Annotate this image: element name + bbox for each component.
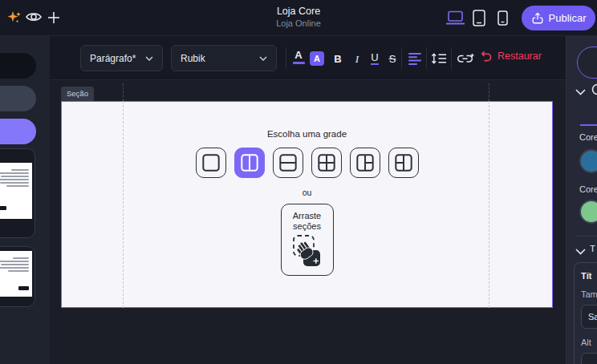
drag-label-line2: seções [293, 221, 321, 232]
toolbar-divider [451, 47, 452, 69]
size-input[interactable]: Sa [581, 305, 597, 329]
thumbnail-button [0, 206, 6, 210]
color-label-2: Core [579, 184, 597, 194]
grid-option-two-columns[interactable] [234, 148, 265, 178]
section-thumbnail-1 [0, 163, 32, 219]
panel-toggle-pill[interactable] [577, 47, 597, 79]
section-thumbnail-2 [0, 251, 32, 297]
drag-hand-icon [292, 234, 323, 268]
publish-button[interactable]: Publicar [522, 6, 595, 30]
bold-button[interactable]: B [330, 50, 346, 67]
text-style-card: Tít Tam Sa Alt [574, 262, 597, 364]
undo-icon [479, 50, 492, 63]
editor-canvas: Seção Escolha uma grade ou Arraste seçõe… [50, 80, 566, 364]
desktop-view-icon[interactable] [446, 10, 465, 29]
sidebar-pill-2[interactable] [0, 86, 36, 111]
text-color-button[interactable]: A [290, 48, 307, 66]
grid-prompt-label: Escolha uma grade [267, 129, 347, 139]
or-label: ou [303, 188, 312, 197]
toolbar-divider [401, 47, 402, 69]
style-panel: Core Core T Tít Tam Sa Alt [566, 36, 597, 364]
section-preview-card-2[interactable] [0, 246, 35, 307]
restore-label: Restaurar [497, 51, 542, 62]
top-bar: Loja Core Loja Online [0, 0, 597, 36]
section-preview-card-1[interactable] [0, 148, 35, 238]
upload-icon [531, 11, 544, 25]
paragraph-style-dropdown[interactable]: Parágrafo* [80, 45, 163, 71]
sidebar-pill-1[interactable] [0, 53, 36, 79]
color-label-1: Core [579, 132, 597, 142]
grid-option-left-rows-right-col[interactable] [388, 148, 419, 178]
height-input[interactable] [581, 353, 597, 364]
chevron-down-icon [259, 56, 267, 61]
margin-guide-left-inner [123, 101, 124, 308]
grid-option-left-col-right-rows[interactable] [350, 148, 380, 178]
website-builder-app: Loja Core Loja Online [0, 0, 597, 364]
section-tag[interactable]: Seção [61, 87, 94, 101]
text-accordion-label: T [590, 244, 595, 253]
align-left-icon[interactable] [407, 50, 423, 67]
colors-accordion-icon [591, 83, 597, 99]
grid-option-four-cells[interactable] [311, 148, 342, 178]
panel-divider [576, 236, 597, 237]
sidebar-pill-3-active[interactable] [0, 119, 36, 144]
toolbar-divider [426, 47, 427, 69]
paragraph-style-value: Parágrafo* [90, 53, 136, 64]
margin-guide-right-inner [489, 101, 489, 308]
active-tab-underline [580, 124, 597, 126]
restore-button[interactable]: Restaurar [479, 50, 542, 63]
margin-guide-left [123, 83, 124, 101]
italic-button[interactable]: I [349, 50, 365, 67]
grid-options-row [196, 148, 419, 178]
color-swatch-blue[interactable] [579, 149, 597, 173]
text-toolbar: Parágrafo* Rubik A A B I U [50, 36, 566, 80]
text-color-letter: A [294, 50, 302, 60]
drag-sections-dropzone[interactable]: Arraste seções [281, 204, 334, 276]
text-color-swatch [293, 62, 305, 64]
empty-section[interactable]: Escolha uma grade ou Arraste seções [61, 101, 553, 308]
line-height-icon[interactable] [431, 50, 447, 67]
link-icon[interactable] [456, 50, 475, 67]
strikethrough-button[interactable]: S [384, 50, 400, 67]
text-accordion-chevron-icon[interactable] [575, 244, 586, 258]
thumbnail-button [18, 286, 29, 290]
drag-label-line1: Arraste [293, 211, 321, 221]
chevron-down-icon [145, 56, 153, 61]
card-title: Tít [581, 271, 597, 281]
pages-sidebar [0, 36, 50, 364]
color-swatch-green[interactable] [579, 200, 597, 224]
grid-option-one-cell[interactable] [196, 148, 226, 178]
underline-button[interactable]: U [367, 50, 383, 67]
margin-guide-right [489, 83, 489, 101]
font-family-dropdown[interactable]: Rubik [171, 45, 277, 71]
size-label: Tam [581, 289, 597, 299]
font-family-value: Rubik [181, 53, 205, 64]
highlight-color-button[interactable]: A [309, 50, 325, 67]
colors-accordion-chevron-icon[interactable] [575, 84, 586, 99]
toolbar-divider [286, 47, 286, 69]
tablet-view-icon[interactable] [473, 10, 485, 30]
highlight-letter: A [314, 55, 320, 63]
publish-label: Publicar [549, 12, 587, 24]
mobile-view-icon[interactable] [497, 10, 508, 29]
height-label: Alt [581, 338, 597, 347]
grid-option-two-rows[interactable] [273, 148, 303, 178]
